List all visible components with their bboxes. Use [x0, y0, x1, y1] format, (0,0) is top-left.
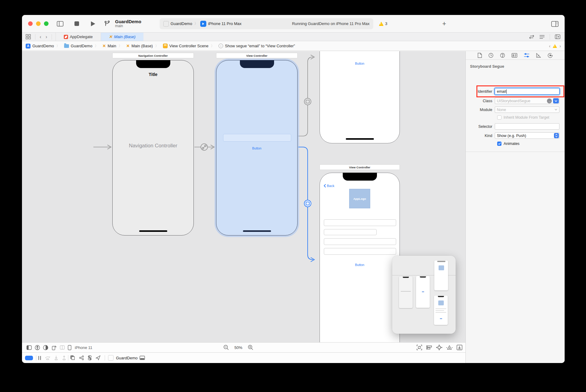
text-field-3[interactable] — [324, 238, 396, 245]
tab-appdelegate[interactable]: AppDelegate — [56, 33, 101, 41]
navigator-sidebar-toggle-icon[interactable] — [56, 20, 64, 27]
window-controls — [28, 21, 49, 26]
back-button[interactable]: Back — [324, 184, 334, 188]
minimap-thumbnail[interactable] — [399, 276, 413, 308]
scene-title-view-controller-2[interactable]: View Controller — [320, 164, 400, 170]
breadcrumb-segue[interactable]: ‹ Show segue “email” to “View Controller… — [208, 44, 295, 48]
text-field-1[interactable] — [324, 219, 396, 226]
previous-issue-icon[interactable]: ‹ — [549, 44, 551, 49]
file-inspector-icon[interactable] — [478, 53, 482, 58]
warning-badge[interactable]: 3 — [379, 21, 387, 26]
minimize-window-button[interactable] — [36, 21, 41, 26]
storyboard-minimap[interactable] — [392, 256, 456, 334]
storyboard-file-icon: ✕ — [109, 34, 112, 39]
issue-warning-icon[interactable] — [553, 44, 557, 48]
text-field-4[interactable] — [324, 248, 396, 255]
breadcrumb-scene[interactable]: View Controller Scene — [153, 44, 208, 48]
forward-navigation-icon[interactable]: › — [45, 34, 47, 40]
scheme-selector[interactable]: GuardDemo 〉 iPhone 11 Pro Max Running Gu… — [160, 18, 373, 29]
pause-execution-icon[interactable] — [38, 356, 41, 360]
appearance-toggle-icon[interactable] — [43, 345, 48, 350]
connections-inspector-icon[interactable] — [548, 53, 553, 58]
step-over-icon[interactable] — [45, 356, 50, 360]
navigation-controller-scene[interactable]: Title Navigation Controller — [112, 60, 194, 236]
size-inspector-icon[interactable] — [536, 53, 541, 58]
close-window-button[interactable] — [28, 21, 33, 26]
add-constraints-icon[interactable] — [436, 345, 442, 350]
selector-field[interactable] — [495, 123, 559, 130]
button-label[interactable]: Button — [216, 146, 297, 150]
new-tab-button[interactable]: + — [442, 20, 446, 28]
zoom-out-icon[interactable] — [223, 345, 229, 350]
module-dropdown-icon[interactable] — [555, 109, 557, 110]
app-logo-image[interactable]: AppLogo — [349, 189, 370, 208]
tab-main-storyboard[interactable]: ✕ Main (Base) — [101, 33, 143, 41]
project-title: GuardDemo — [115, 19, 141, 24]
destination-view-controller-scene[interactable]: Button — [320, 51, 400, 143]
device-icon[interactable] — [68, 345, 71, 350]
run-button[interactable] — [89, 20, 97, 27]
inspector-sidebar-toggle-icon[interactable] — [551, 20, 559, 27]
quick-help-inspector-icon[interactable] — [500, 53, 505, 58]
memory-graph-icon[interactable] — [79, 355, 84, 360]
scene-title-view-controller[interactable]: View Controller — [216, 53, 298, 58]
embed-icon[interactable] — [457, 345, 462, 350]
running-process[interactable]: GuardDemo — [108, 355, 138, 361]
identity-inspector-icon[interactable] — [512, 53, 517, 58]
minimap-thumbnail[interactable] — [416, 276, 430, 308]
next-issue-icon[interactable]: › — [559, 44, 561, 49]
text-field[interactable] — [223, 134, 291, 142]
back-navigation-icon[interactable]: ‹ — [40, 34, 41, 40]
zoom-in-icon[interactable] — [248, 345, 253, 350]
breadcrumb-storyboard[interactable]: ✕ Main — [92, 44, 116, 48]
stop-button[interactable] — [73, 20, 80, 27]
update-frames-icon[interactable] — [416, 345, 422, 350]
view-hierarchy-icon[interactable] — [70, 355, 75, 360]
kind-stepper-icon[interactable] — [554, 133, 559, 138]
breadcrumb-storyboard-base[interactable]: ✕ Main (Base) — [116, 44, 153, 48]
environment-overrides-icon[interactable] — [88, 355, 92, 360]
scheme-project[interactable]: GuardDemo — [171, 21, 192, 26]
breadcrumb-group[interactable]: GuardDemo — [54, 44, 92, 48]
animates-checkbox[interactable] — [497, 142, 501, 146]
tab-overview-icon[interactable] — [26, 34, 31, 39]
class-dropdown-icon[interactable] — [553, 98, 559, 103]
minimap-thumbnail[interactable] — [434, 261, 448, 290]
scheme-destination[interactable]: iPhone 11 Pro Max — [208, 21, 242, 26]
split-view-icon[interactable] — [60, 345, 65, 350]
button-label[interactable]: Button — [320, 62, 400, 65]
simulate-location-icon[interactable] — [96, 355, 100, 360]
inherit-module-checkbox[interactable] — [497, 115, 501, 120]
orientation-rotate-icon[interactable] — [51, 345, 57, 350]
breakpoints-toggle[interactable] — [25, 356, 33, 360]
swap-editor-icon[interactable] — [529, 35, 534, 39]
add-editor-icon[interactable] — [555, 34, 560, 39]
hide-document-outline-icon[interactable] — [27, 345, 32, 350]
editor-options-icon[interactable] — [539, 35, 545, 39]
scene-title-navigation-controller[interactable]: Navigation Controller — [112, 53, 194, 58]
zoom-window-button[interactable] — [44, 21, 49, 26]
attributes-inspector-icon[interactable] — [524, 53, 530, 58]
step-into-icon[interactable] — [54, 356, 58, 360]
kind-popup-button[interactable]: Show (e.g. Push) — [495, 132, 559, 139]
module-field[interactable]: None — [495, 106, 559, 113]
storyboard-canvas[interactable]: Navigation Controller Title Navigation C… — [22, 51, 465, 342]
step-out-icon[interactable] — [62, 356, 66, 360]
history-inspector-icon[interactable] — [488, 53, 494, 58]
minimap-thumbnail[interactable] — [434, 296, 448, 325]
accessibility-preview-icon[interactable] — [35, 345, 40, 350]
device-name[interactable]: iPhone 11 — [75, 345, 92, 350]
identifier-field[interactable]: email — [495, 88, 559, 95]
zoom-level[interactable]: 50% — [234, 345, 242, 350]
align-icon[interactable] — [426, 345, 432, 350]
login-view-controller-scene[interactable]: Button — [216, 60, 298, 236]
class-field[interactable]: UIStoryboardSegue → — [495, 98, 559, 104]
email-view-controller-scene[interactable]: Back AppLogo Button — [320, 173, 400, 342]
breadcrumb-project[interactable]: A GuardDemo — [26, 44, 54, 49]
console-display-icon[interactable] — [139, 356, 145, 360]
button-label[interactable]: Button — [320, 263, 400, 267]
storyboard-file-icon: ✕ — [126, 44, 130, 48]
class-jump-arrow-icon[interactable]: → — [547, 99, 552, 103]
resolve-autolayout-icon[interactable] — [446, 345, 453, 350]
text-field-2[interactable] — [324, 229, 377, 235]
